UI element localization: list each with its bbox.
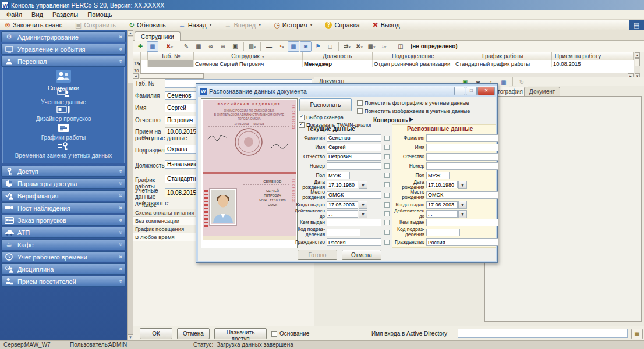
sidebar-item-pass-designer[interactable]: Дизайнер пропусков (3, 105, 124, 122)
recognized-number-input[interactable] (426, 162, 498, 170)
scan-document-button[interactable]: ◙ (300, 41, 312, 52)
add-employee-button[interactable]: ✚ (135, 41, 146, 52)
sidebar-section-time-tracking[interactable]: Учет рабочего времени » (1, 251, 126, 262)
current-birthdate-input[interactable] (327, 181, 358, 188)
column-header-employee[interactable]: Сотрудник ▼ (194, 52, 303, 60)
cell-department[interactable]: Отдел розничной реализации (373, 60, 454, 67)
column-header-schedule[interactable]: График работы (454, 52, 552, 60)
end-session-button[interactable]: ⊗Закончить сеанс (2, 21, 65, 29)
copy-row-checkbox[interactable] (384, 163, 390, 169)
document-view-button[interactable]: ▦ (288, 41, 299, 52)
done-button[interactable]: Готово (298, 250, 337, 260)
cell-schedule[interactable]: Стандартный график работы (454, 60, 552, 67)
sidebar-section-management-events[interactable]: Управление и события » (1, 44, 126, 55)
recognized-patronymic-input[interactable] (426, 153, 498, 161)
cell-hired[interactable]: 10.08.2015 (552, 60, 604, 67)
events-panel-toggle[interactable]: ▤ (629, 20, 644, 30)
dismiss-employee-button[interactable]: ✖▾ (353, 41, 365, 52)
current-issued-by-input[interactable] (327, 219, 381, 226)
edit-button[interactable]: ✎ (181, 41, 192, 52)
exit-button[interactable]: ✖Выход (370, 21, 402, 29)
dialog-titlebar[interactable]: W Распознавание данных документа – □ ✕ (198, 86, 497, 97)
twain-dialog-checkbox[interactable] (299, 122, 305, 128)
dropdown-button[interactable]: ▼ (458, 181, 467, 189)
tab-employees[interactable]: Сотрудники (135, 31, 181, 41)
copy-row-checkbox[interactable] (384, 154, 390, 159)
scanner-select-checkbox[interactable] (299, 115, 305, 120)
dropdown-button[interactable]: ▼ (359, 210, 367, 218)
flag-button[interactable]: ⚑ (312, 41, 324, 52)
dropdown-button[interactable]: ▼ (359, 181, 367, 189)
sidebar-section-discipline[interactable]: Дисциплина » (1, 263, 126, 275)
column-header-position[interactable]: Должность (303, 52, 373, 60)
recognized-sex-input[interactable] (426, 172, 450, 179)
recognized-birthdate-input[interactable] (426, 181, 458, 188)
sidebar-section-pass-orders[interactable]: Заказ пропусков » (1, 215, 126, 226)
sidebar-section-verification[interactable]: Верификация » (1, 190, 126, 201)
maximize-button[interactable]: □ (466, 87, 477, 95)
menu-file[interactable]: Файл (2, 10, 26, 19)
section-cafe[interactable]: Кафе (142, 202, 157, 208)
dropdown-button[interactable]: ▼ (359, 201, 367, 209)
recognized-valid-until-input[interactable] (426, 210, 458, 218)
scrollbar-thumb[interactable] (635, 58, 640, 66)
forward-button[interactable]: →Вперед▾ (222, 21, 263, 29)
current-surname-input[interactable] (327, 134, 381, 142)
search-button[interactable]: ∞ (205, 41, 217, 52)
sidebar-section-access-params[interactable]: Параметры доступа » (1, 178, 126, 189)
copy-row-checkbox[interactable] (384, 211, 390, 216)
recognized-birthplace-input[interactable] (426, 191, 498, 199)
copy-row-checkbox[interactable] (384, 220, 390, 225)
help-button[interactable]: ?Справка (323, 21, 362, 29)
transfer-employee-button[interactable]: ⇄▾ (341, 41, 353, 52)
ok-button[interactable]: ОК (140, 328, 172, 339)
import-button[interactable]: ↓▾ (378, 41, 390, 52)
sidebar-section-visitors[interactable]: Прием посетителей » (1, 276, 126, 287)
current-sex-input[interactable] (327, 172, 350, 179)
sidebar-scrollbar[interactable]: ▲ ▼ (127, 30, 133, 340)
scrollbar-thumb[interactable] (140, 73, 204, 79)
cancel-button[interactable]: Отмена (177, 328, 210, 339)
sidebar-item-work-schedules[interactable]: Графики работы (3, 123, 124, 141)
current-number-input[interactable] (327, 162, 381, 170)
search-next-button[interactable]: ∞ (217, 41, 229, 52)
recognized-issued-by-input[interactable] (426, 219, 498, 226)
current-citizenship-input[interactable] (327, 238, 381, 246)
recognized-surname-input[interactable] (426, 134, 498, 142)
ad-login-input[interactable] (458, 329, 628, 338)
sidebar-section-access[interactable]: Доступ » (1, 166, 126, 177)
back-button[interactable]: ←Назад▾ (176, 21, 214, 29)
clear-button[interactable]: ◻ (324, 41, 336, 52)
print-button[interactable]: ▤▾ (246, 41, 258, 52)
assign-access-button[interactable]: Назначить доступ (214, 328, 267, 339)
current-name-input[interactable] (327, 144, 381, 151)
cell-photo[interactable] (141, 60, 148, 67)
sidebar-item-credentials[interactable]: Учетные данные (3, 88, 124, 105)
cell-employee[interactable]: Семенов Сергей Петрович (194, 60, 303, 67)
minimize-button[interactable]: – (454, 87, 465, 95)
column-header-tabno[interactable]: Таб. № (148, 52, 194, 60)
column-header-hired[interactable]: Прием на работу (552, 52, 604, 60)
card-view-button[interactable]: ▦ (147, 41, 158, 52)
place-image-checkbox[interactable] (357, 108, 363, 114)
copy-row-checkbox[interactable] (384, 173, 390, 178)
scroll-left-arrow[interactable]: ◄ (133, 73, 139, 79)
department-filter-label[interactable]: (не определено) (411, 43, 458, 49)
sidebar-section-cafe[interactable]: ☕ Кафе » (1, 239, 126, 250)
sidebar-section-observation-post[interactable]: Пост наблюдения » (1, 202, 126, 213)
sidebar-section-atp[interactable]: АТП » (1, 227, 126, 238)
edit-card-button[interactable]: ▣ (229, 41, 241, 52)
scroll-up-arrow[interactable]: ▲ (635, 52, 640, 58)
tab-document[interactable]: Документ (524, 87, 560, 97)
recognize-button[interactable]: Распознать (299, 98, 352, 111)
recognized-citizenship-input[interactable] (426, 238, 498, 246)
copy-row-checkbox[interactable] (384, 202, 390, 208)
current-issue-date-input[interactable] (327, 201, 358, 209)
history-button[interactable]: ◷История▾ (271, 21, 314, 29)
ad-sync-button[interactable]: ◫ (395, 41, 406, 52)
place-photo-checkbox[interactable] (357, 100, 363, 106)
basis-checkbox[interactable] (271, 331, 277, 337)
column-header-photo[interactable] (141, 52, 148, 60)
recognized-division-code-input[interactable] (426, 229, 460, 236)
menu-sections[interactable]: Разделы (48, 10, 82, 19)
